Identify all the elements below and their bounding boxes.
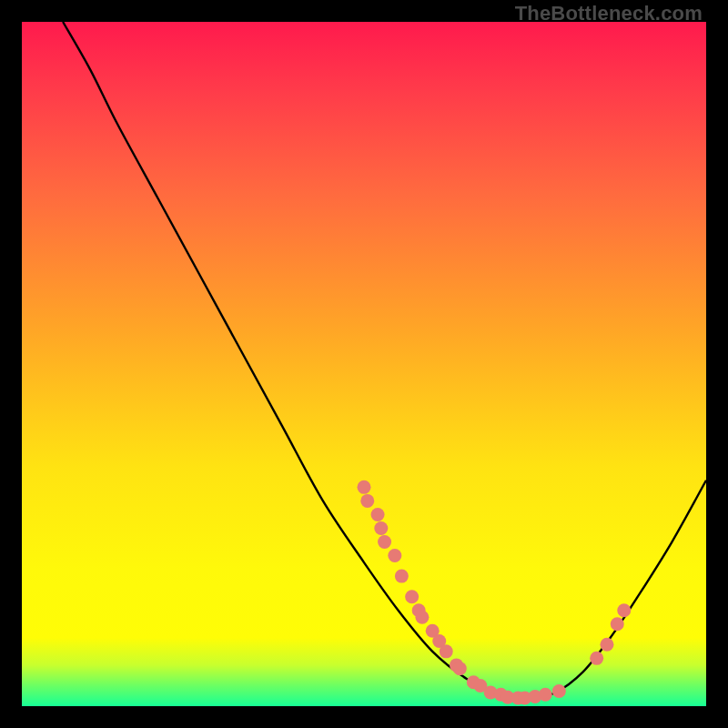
data-point: [388, 549, 401, 562]
data-point: [374, 521, 388, 535]
data-point: [378, 535, 391, 549]
data-point: [453, 662, 467, 675]
data-point: [590, 652, 603, 665]
data-points: [358, 480, 632, 705]
data-point: [405, 590, 419, 603]
watermark-text: TheBottleneck.com: [515, 2, 703, 25]
data-point: [617, 603, 631, 617]
data-point: [415, 611, 429, 624]
chart-plot-area: [22, 22, 706, 706]
data-point: [552, 684, 566, 698]
bottleneck-curve: [63, 22, 706, 700]
data-point: [611, 617, 624, 631]
data-point: [360, 494, 374, 508]
data-point: [371, 508, 385, 521]
data-point: [358, 480, 371, 494]
data-point: [440, 644, 453, 658]
data-point: [600, 638, 613, 652]
chart-svg: [22, 22, 706, 706]
data-point: [539, 688, 552, 702]
data-point: [395, 570, 409, 583]
